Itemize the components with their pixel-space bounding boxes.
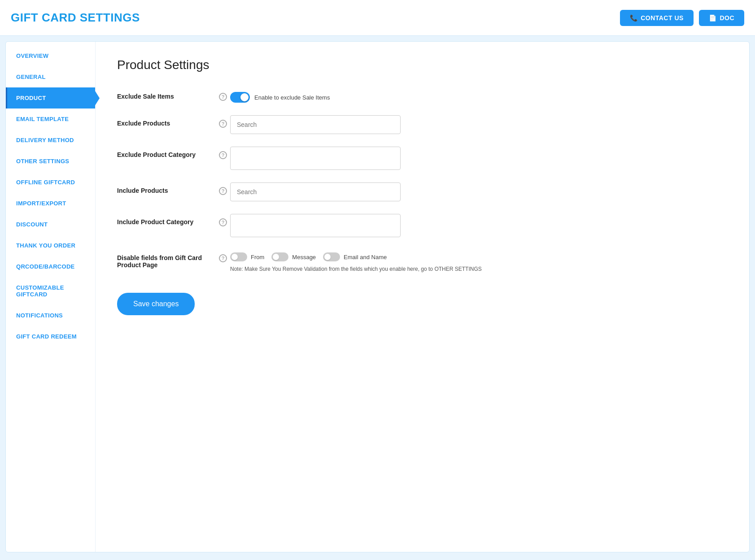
doc-icon: 📄 [709,14,717,22]
exclude-sale-items-row: Exclude Sale Items ? Enable to exclude S… [117,88,728,103]
disable-fields-control: From Message [230,250,728,273]
exclude-sale-items-label: Exclude Sale Items [117,88,216,100]
toggle-from[interactable] [230,252,247,261]
header: GIFT CARD SETTINGS 📞 CONTACT US 📄 DOC [0,0,755,36]
exclude-products-control [230,115,728,134]
disable-fields-help[interactable]: ? [216,250,230,262]
exclude-products-label: Exclude Products [117,115,216,127]
toggle-email-name-slider[interactable] [323,252,340,261]
email-name-field-label: Email and Name [344,254,387,260]
exclude-product-category-help[interactable]: ? [216,147,230,159]
exclude-products-row: Exclude Products ? [117,115,728,134]
toggle-message-field: Message [271,252,316,261]
toggle-email-name-field: Email and Name [323,252,387,261]
exclude-product-category-control [230,147,728,170]
disable-fields-label: Disable fields from Gift Card Product Pa… [117,250,216,269]
disable-fields-wrapper: From Message [230,250,728,273]
include-product-category-control [230,214,728,237]
exclude-sale-items-help[interactable]: ? [216,88,230,101]
save-changes-button[interactable]: Save changes [117,293,195,315]
exclude-sale-items-control: Enable to exclude Sale Items [230,88,728,103]
include-products-row: Include Products ? [117,182,728,201]
include-product-category-label: Include Product Category [117,214,216,226]
sidebar-item-delivery-method[interactable]: DELIVERY METHOD [6,130,95,151]
include-product-category-help[interactable]: ? [216,214,230,226]
sidebar: OVERVIEW GENERAL PRODUCT EMAIL TEMPLATE … [6,42,96,552]
include-products-search[interactable] [230,182,401,201]
sidebar-item-gift-card-redeem[interactable]: GIFT CARD REDEEM [6,326,95,347]
main-layout: OVERVIEW GENERAL PRODUCT EMAIL TEMPLATE … [5,41,750,552]
exclude-products-help[interactable]: ? [216,115,230,128]
toggle-message[interactable] [271,252,288,261]
include-products-label: Include Products [117,182,216,194]
help-icon-exclude-category[interactable]: ? [219,151,227,159]
toggle-email-name[interactable] [323,252,340,261]
include-product-category-row: Include Product Category ? [117,214,728,237]
sidebar-item-product[interactable]: PRODUCT [6,87,95,109]
disable-fields-row: Disable fields from Gift Card Product Pa… [117,250,728,273]
sidebar-item-overview[interactable]: OVERVIEW [6,45,95,66]
sidebar-item-import-export[interactable]: IMPORT/EXPORT [6,193,95,214]
sidebar-item-notifications[interactable]: NOTIFICATIONS [6,305,95,326]
sidebar-item-offline-giftcard[interactable]: OFFLINE GIFTCARD [6,172,95,193]
include-products-help[interactable]: ? [216,182,230,195]
toggle-from-field: From [230,252,264,261]
sidebar-item-discount[interactable]: DISCOUNT [6,214,95,235]
page-title: Product Settings [117,58,728,72]
contact-us-button[interactable]: 📞 CONTACT US [620,10,694,26]
app-title: GIFT CARD SETTINGS [11,11,140,25]
exclude-sale-toggle-label: Enable to exclude Sale Items [254,94,330,101]
exclude-sale-toggle-wrapper: Enable to exclude Sale Items [230,88,728,103]
exclude-product-category-row: Exclude Product Category ? [117,147,728,170]
include-product-category-input[interactable] [230,214,401,237]
sidebar-item-qrcode-barcode[interactable]: QRCODE/BARCODE [6,256,95,277]
phone-icon: 📞 [630,14,638,22]
doc-button[interactable]: 📄 DOC [699,10,744,26]
sidebar-item-customizable-giftcard[interactable]: CUSTOMIZABLE GIFTCARD [6,277,95,305]
include-products-control [230,182,728,201]
exclude-product-category-label: Exclude Product Category [117,147,216,158]
help-icon-exclude-products[interactable]: ? [219,120,227,128]
disable-fields-toggles: From Message [230,252,728,261]
toggle-from-slider[interactable] [230,252,247,261]
from-field-label: From [251,254,264,260]
header-buttons: 📞 CONTACT US 📄 DOC [620,10,744,26]
sidebar-item-email-template[interactable]: EMAIL TEMPLATE [6,109,95,130]
toggle-slider[interactable] [230,92,250,103]
help-icon-disable-fields[interactable]: ? [219,254,227,262]
exclude-product-category-input[interactable] [230,147,401,170]
sidebar-item-thank-you-order[interactable]: THANK YOU ORDER [6,235,95,256]
toggle-message-slider[interactable] [271,252,288,261]
disable-fields-note: Note: Make Sure You Remove Validation fr… [230,265,499,273]
help-icon-include-products[interactable]: ? [219,187,227,195]
exclude-sale-toggle[interactable] [230,92,250,103]
help-icon-include-category[interactable]: ? [219,218,227,226]
main-content: Product Settings Exclude Sale Items ? En… [96,42,749,552]
sidebar-item-other-settings[interactable]: OTHER SETTINGS [6,151,95,172]
help-icon-exclude-sale[interactable]: ? [219,93,227,101]
message-field-label: Message [292,254,316,260]
exclude-products-search[interactable] [230,115,401,134]
sidebar-item-general[interactable]: GENERAL [6,66,95,87]
